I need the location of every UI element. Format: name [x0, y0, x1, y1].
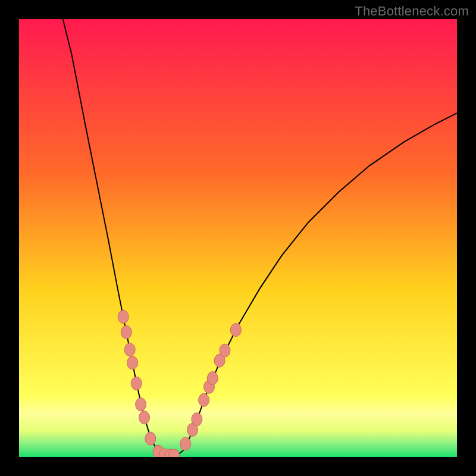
marker-dot — [127, 356, 138, 369]
chart-frame: TheBottleneck.com — [0, 0, 476, 476]
marker-dot — [139, 411, 150, 424]
marker-dot — [180, 437, 191, 450]
marker-dot — [118, 310, 129, 323]
watermark-text: TheBottleneck.com — [355, 4, 469, 19]
marker-dot — [199, 393, 209, 406]
marker-dot — [136, 398, 146, 411]
marker-dot — [121, 325, 131, 339]
marker-dot — [124, 343, 135, 356]
marker-dot — [220, 344, 230, 357]
marker-dot — [131, 377, 142, 390]
marker-dot — [145, 432, 156, 445]
marker-dot — [192, 413, 202, 426]
bottleneck-plot — [19, 19, 457, 457]
marker-dot — [230, 324, 241, 337]
plot-background — [19, 19, 457, 457]
marker-dot — [207, 372, 218, 385]
